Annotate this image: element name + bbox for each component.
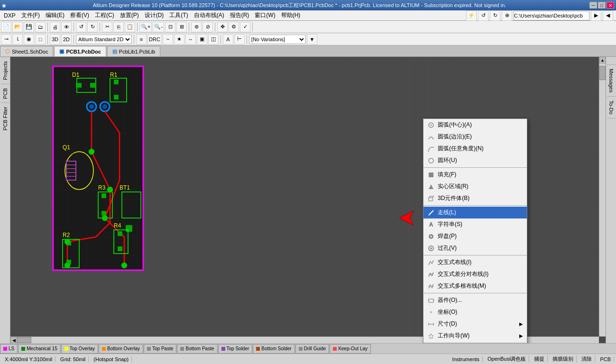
scroll-left-button[interactable]: ◀: [10, 337, 17, 343]
panel-pcb[interactable]: PCB: [1, 84, 9, 103]
menu-view[interactable]: 察看(V): [67, 10, 92, 20]
menu-edit[interactable]: 编辑(E): [43, 10, 67, 20]
save-all-button[interactable]: 🗂: [35, 22, 46, 32]
ctx-solid-region[interactable]: 实心区域(R): [423, 181, 527, 192]
zoom-out-button[interactable]: 🔍-: [153, 22, 164, 32]
drc-btn[interactable]: DRC: [147, 34, 162, 45]
2d-btn[interactable]: 2D: [61, 34, 72, 45]
zoom-area-button[interactable]: ⊞: [176, 22, 187, 32]
layer-top-paste[interactable]: Top Paste: [144, 344, 176, 354]
layer-keepout[interactable]: Keep-Out Lay: [330, 344, 371, 354]
print-button[interactable]: 🖨: [50, 22, 60, 32]
open-button[interactable]: 📂: [12, 22, 23, 32]
3d-btn[interactable]: 3D: [50, 34, 60, 45]
layer-bottom-overlay[interactable]: Bottom Overlay: [99, 344, 143, 354]
variations-select[interactable]: [No Variations]: [249, 35, 306, 44]
route2-btn[interactable]: ⤹: [12, 34, 23, 45]
via-btn[interactable]: ◉: [24, 34, 34, 45]
status-capture[interactable]: 捕提: [531, 355, 548, 363]
ctx-dimension[interactable]: 尺寸(D) ▶: [423, 318, 527, 330]
pad-btn[interactable]: □: [35, 34, 46, 45]
layer-mechanical15[interactable]: Mechanical 15: [18, 344, 60, 354]
undo-button[interactable]: ↺: [76, 22, 86, 32]
toolbar-right-btn2[interactable]: ↺: [478, 10, 488, 21]
cut-button[interactable]: ✂: [102, 22, 112, 32]
redo-button[interactable]: ↻: [87, 22, 98, 32]
tab-sheet1[interactable]: ⬡ Sheet1.SchDoc: [0, 46, 53, 56]
print-preview-button[interactable]: 👁: [61, 22, 72, 32]
panel-pcb-filter[interactable]: PCB Filter: [1, 102, 9, 134]
validate-button[interactable]: ✓: [240, 22, 250, 32]
layer-ls[interactable]: LS: [0, 344, 18, 354]
scroll-thumb-v[interactable]: [599, 66, 606, 80]
mask-btn[interactable]: ▣: [197, 34, 207, 45]
layer-bottom-paste[interactable]: Bottom Paste: [177, 344, 217, 354]
ctx-pad[interactable]: 焊盘(P): [423, 230, 527, 242]
toolbar-right-btn4[interactable]: ⊕: [502, 10, 512, 21]
toolbar-right-btn1[interactable]: ⚡: [466, 10, 477, 21]
canvas-area[interactable]: D1 R1 Q1: [10, 57, 606, 343]
panel-layers[interactable]: 图层: [606, 57, 616, 65]
toolbar-back-btn[interactable]: ◀: [603, 10, 613, 21]
compile-button[interactable]: ⚙: [229, 22, 239, 32]
tab-pcblib1[interactable]: ▤ PcbLib1.PcbLib: [107, 46, 160, 56]
variations-btn[interactable]: ▼: [307, 34, 317, 45]
highlight-btn[interactable]: ★: [174, 34, 184, 45]
ctx-fill[interactable]: 填充(F): [423, 169, 527, 181]
menu-help[interactable]: 帮助(H): [278, 10, 303, 20]
copy-button[interactable]: ⎘: [113, 22, 124, 32]
save-button[interactable]: 💾: [24, 22, 34, 32]
path-field[interactable]: [514, 11, 589, 20]
ctx-diff-pair[interactable]: 交互式差分对布线(I): [423, 268, 527, 280]
menu-place[interactable]: 放置(P): [117, 10, 142, 20]
panel-projects[interactable]: Projects: [1, 57, 9, 84]
scroll-up-button[interactable]: ▲: [599, 57, 606, 64]
restore-button[interactable]: □: [598, 2, 606, 9]
menu-report[interactable]: 报告(R): [227, 10, 252, 20]
ctx-interactive-route[interactable]: 交互式布线(I): [423, 256, 527, 268]
meas-btn[interactable]: ⊢: [234, 34, 245, 45]
layer-mgr-btn[interactable]: ≡: [136, 34, 147, 45]
ctx-track[interactable]: 走线(L): [423, 207, 527, 218]
zoom-in-button[interactable]: 🔍+: [139, 22, 152, 32]
minimize-button[interactable]: ─: [589, 2, 597, 9]
clearance-btn[interactable]: ↔: [185, 34, 196, 45]
ctx-arc-edge[interactable]: 圆弧(边沿)(E): [423, 131, 527, 143]
ctx-arc-center[interactable]: 圆弧(中心)(A): [423, 119, 527, 131]
vertical-scrollbar[interactable]: ▲: [599, 57, 606, 337]
select-all-button[interactable]: ⊛: [191, 22, 202, 32]
layer-drill-guide[interactable]: Drill Guide: [295, 344, 330, 354]
paste-button[interactable]: 📋: [125, 22, 135, 32]
single-layer-btn[interactable]: ◫: [208, 34, 219, 45]
status-instruments[interactable]: Instruments: [450, 356, 483, 362]
menu-autoroute[interactable]: 自动布线(A): [191, 10, 227, 20]
layer-top-overlay[interactable]: Top Overlay: [61, 344, 98, 354]
close-button[interactable]: ✕: [607, 2, 614, 9]
scroll-thumb-h[interactable]: [17, 337, 31, 343]
tab-pcb1[interactable]: ▣ PCB1.PcbDoc: [54, 46, 106, 56]
menu-design[interactable]: 设计(D): [142, 10, 167, 20]
panel-todo[interactable]: To-Do: [607, 97, 616, 118]
deselect-button[interactable]: ⊘: [202, 22, 213, 32]
layer-top-solder[interactable]: Top Solder: [218, 344, 253, 354]
zoom-fit-button[interactable]: ⊡: [165, 22, 175, 32]
ctx-arc-any[interactable]: 圆弧(任意角度)(N): [423, 143, 527, 155]
status-clear[interactable]: 清除: [579, 355, 595, 363]
toolbar-go-btn[interactable]: ▶: [591, 10, 601, 21]
toolbar-right-btn3[interactable]: ↻: [490, 10, 500, 21]
ctx-coordinate[interactable]: + 坐标(O): [423, 306, 527, 318]
new-button[interactable]: 📄: [1, 22, 11, 32]
net-btn[interactable]: ~: [163, 34, 173, 45]
ctx-circle[interactable]: 圆环(U): [423, 155, 527, 166]
ctx-string[interactable]: A 字符串(S): [423, 218, 527, 230]
view-mode-select[interactable]: Altium Standard 2D: [76, 35, 132, 44]
status-openbusi[interactable]: OpenBusi调色板: [485, 355, 529, 363]
menu-tools[interactable]: 工具(T): [166, 10, 191, 20]
status-mask-level[interactable]: 摘膜级别: [550, 355, 577, 363]
menu-dxp[interactable]: DXP: [1, 11, 18, 20]
layer-bottom-solder[interactable]: Bottom Solder: [253, 344, 294, 354]
cross-ref-button[interactable]: ✥: [217, 22, 228, 32]
ctx-via[interactable]: 过孔(V): [423, 242, 527, 254]
panel-messages[interactable]: Messages: [607, 65, 616, 97]
menu-project[interactable]: 工程(C): [92, 10, 117, 20]
